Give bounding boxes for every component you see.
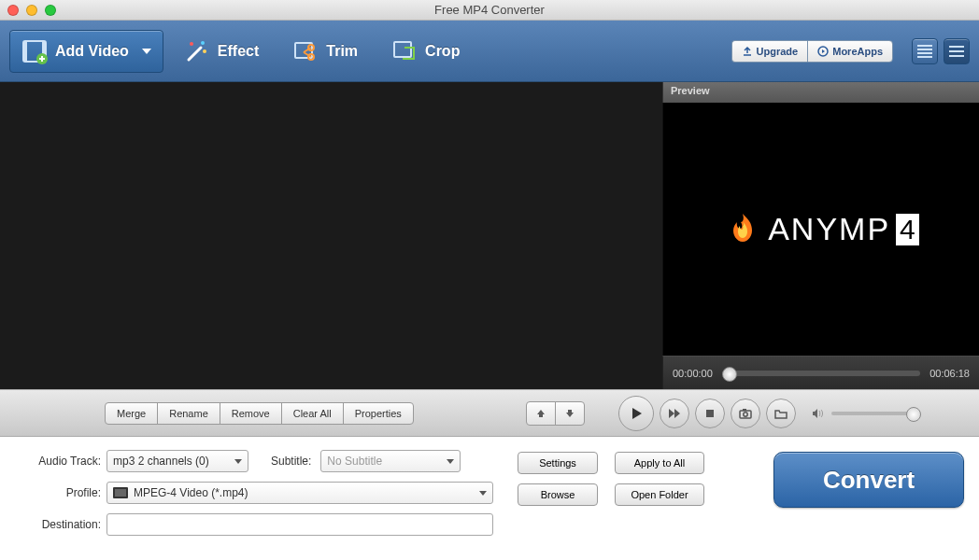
trim-button[interactable]: Trim: [279, 33, 371, 70]
effect-button[interactable]: Effect: [171, 33, 272, 70]
destination-label: Destination:: [15, 518, 101, 531]
volume-control: [811, 407, 915, 420]
time-current: 00:00:00: [673, 368, 713, 379]
volume-slider[interactable]: [831, 412, 915, 415]
svg-rect-1: [23, 41, 27, 62]
add-video-icon: [21, 38, 48, 64]
effect-icon: [184, 38, 210, 64]
trim-label: Trim: [326, 43, 358, 60]
trim-icon: [292, 38, 319, 64]
snapshot-button[interactable]: [731, 399, 760, 428]
main-toolbar: Add Video Effect Trim Crop Upgrade MoreA…: [0, 21, 979, 82]
titlebar: Free MP4 Converter: [0, 0, 979, 21]
forward-button[interactable]: [660, 399, 689, 428]
more-apps-label: MoreApps: [832, 46, 883, 57]
window-title: Free MP4 Converter: [0, 3, 979, 17]
svg-point-4: [190, 42, 193, 46]
destination-input[interactable]: [106, 513, 493, 536]
brand-logo: ANYMP 4: [723, 210, 919, 249]
speaker-icon: [811, 407, 824, 420]
chevron-down-icon: [142, 49, 151, 54]
playback-controls: [618, 396, 915, 431]
move-down-button[interactable]: [555, 401, 585, 426]
upgrade-label: Upgrade: [757, 46, 799, 57]
preview-canvas: ANYMP 4: [662, 103, 979, 356]
svg-rect-17: [115, 489, 126, 497]
folder-icon: [774, 407, 787, 420]
crop-label: Crop: [425, 43, 460, 60]
upgrade-button[interactable]: Upgrade: [731, 40, 808, 63]
window-zoom-button[interactable]: [45, 5, 56, 16]
svg-point-5: [201, 41, 205, 45]
crop-button[interactable]: Crop: [378, 33, 473, 70]
clear-all-button[interactable]: Clear All: [281, 402, 344, 425]
effect-label: Effect: [218, 43, 259, 60]
svg-rect-12: [706, 410, 714, 417]
preview-timebar: 00:00:00 00:06:18: [662, 356, 979, 389]
camera-icon: [739, 407, 752, 420]
profile-format-icon: [113, 487, 128, 498]
properties-button[interactable]: Properties: [343, 402, 414, 425]
add-video-button[interactable]: Add Video: [9, 30, 163, 73]
upload-icon: [742, 46, 753, 57]
rename-button[interactable]: Rename: [157, 402, 220, 425]
preview-panel: Preview ANYMP 4 00:00:00 00:06:18: [662, 82, 979, 389]
profile-value: MPEG-4 Video (*.mp4): [134, 486, 248, 499]
subtitle-select[interactable]: No Subtitle: [320, 450, 461, 472]
svg-rect-10: [394, 42, 411, 57]
move-group: [526, 401, 585, 426]
fast-forward-icon: [668, 407, 681, 420]
crop-icon: [391, 38, 418, 64]
subtitle-value: No Subtitle: [327, 455, 382, 468]
view-menu-button[interactable]: [944, 38, 970, 64]
list-icon: [917, 45, 932, 58]
content-area: Preview ANYMP 4 00:00:00 00:06:18: [0, 82, 979, 389]
audio-track-select[interactable]: mp3 2 channels (0): [106, 450, 248, 472]
circle-arrow-icon: [817, 46, 829, 57]
subtitle-label: Subtitle:: [271, 455, 311, 468]
open-folder-button[interactable]: Open Folder: [615, 483, 704, 506]
action-row: Merge Rename Remove Clear All Properties: [0, 389, 979, 437]
time-total: 00:06:18: [929, 368, 970, 379]
toolbar-chip-group: Upgrade MoreApps: [731, 40, 893, 63]
profile-label: Profile:: [15, 486, 101, 499]
svg-point-14: [744, 412, 747, 415]
stop-icon: [704, 408, 716, 419]
audio-track-value: mp3 2 channels (0): [113, 455, 209, 468]
merge-button[interactable]: Merge: [105, 402, 158, 425]
preview-header: Preview: [662, 82, 979, 103]
browse-button[interactable]: Browse: [518, 483, 598, 506]
playhead-slider[interactable]: [722, 371, 920, 376]
play-button[interactable]: [618, 396, 654, 431]
remove-button[interactable]: Remove: [220, 402, 282, 425]
brand-text: ANYMP: [768, 211, 890, 247]
output-settings: Audio Track: mp3 2 channels (0) Subtitle…: [0, 437, 979, 536]
flame-icon: [723, 210, 762, 249]
more-apps-button[interactable]: MoreApps: [807, 40, 893, 63]
video-list-area[interactable]: [0, 82, 662, 389]
menu-icon: [949, 45, 964, 58]
arrow-down-icon: [564, 408, 575, 419]
list-action-group: Merge Rename Remove Clear All Properties: [105, 402, 414, 425]
svg-point-6: [203, 49, 206, 53]
settings-button[interactable]: Settings: [518, 452, 598, 474]
arrow-up-icon: [535, 408, 546, 419]
apply-to-all-button[interactable]: Apply to All: [615, 452, 704, 474]
profile-select[interactable]: MPEG-4 Video (*.mp4): [106, 482, 493, 504]
convert-button[interactable]: Convert: [773, 452, 964, 508]
open-output-button[interactable]: [766, 399, 796, 428]
view-list-button[interactable]: [912, 38, 938, 64]
add-video-label: Add Video: [55, 43, 129, 60]
stop-button[interactable]: [695, 399, 725, 428]
audio-track-label: Audio Track:: [15, 455, 101, 468]
svg-rect-15: [743, 409, 746, 411]
window-minimize-button[interactable]: [26, 5, 37, 16]
play-icon: [629, 406, 644, 421]
brand-suffix: 4: [896, 214, 919, 245]
window-close-button[interactable]: [7, 5, 19, 16]
move-up-button[interactable]: [526, 401, 556, 426]
